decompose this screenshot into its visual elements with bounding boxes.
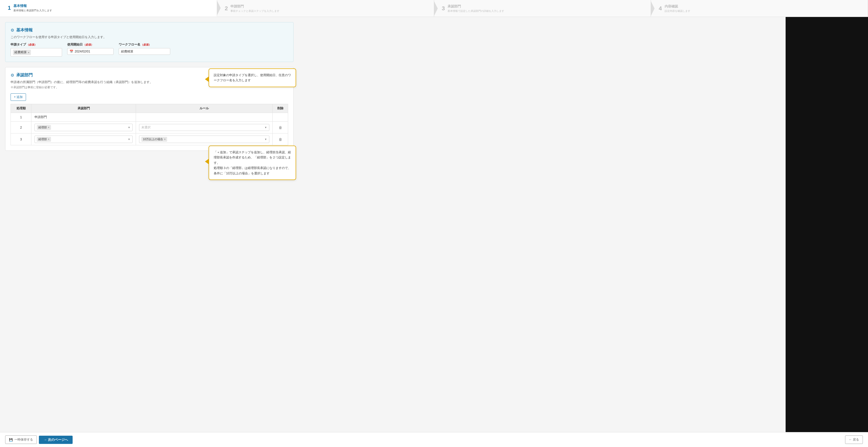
step-2-subtitle: 事前チェックと承認ステップを入力します xyxy=(230,9,279,13)
row3-rule-tag-close[interactable]: × xyxy=(164,138,165,141)
row3-rule-dropdown-arrow: ▼ xyxy=(265,138,267,141)
row2-rule-cell: 未選択 ▼ xyxy=(136,122,273,134)
table-row: 3 経理部 × ▼ xyxy=(11,134,288,145)
row2-dept-cell: 経理部 × ▼ xyxy=(31,122,136,134)
row1-dept: 申請部門 xyxy=(31,113,136,122)
row2-order: 2 xyxy=(11,122,31,134)
temp-save-button[interactable]: 💾 一時保存する xyxy=(5,436,37,444)
request-type-field: 申請タイプ（必須） 経費精算 × xyxy=(10,42,62,57)
footer-right: ← 戻る xyxy=(845,436,863,444)
basic-info-title: 基本情報 xyxy=(16,28,33,33)
next-page-button[interactable]: → 次のページへ xyxy=(39,436,72,444)
workflow-name-label: ワークフロー名（必須） xyxy=(119,42,170,47)
request-type-label: 申請タイプ（必須） xyxy=(10,42,62,47)
row3-rule-tag: 10万以上の場合 × xyxy=(142,137,167,142)
approval-table: 処理順 承認部門 ルール 削除 1 申請部門 xyxy=(10,104,288,145)
th-delete: 削除 xyxy=(273,104,288,113)
row1-delete xyxy=(273,113,288,122)
gear-icon-basic: ⚙ xyxy=(10,28,14,33)
step-3-number: 3 xyxy=(442,6,445,11)
approval-dept-title: 承認部門 xyxy=(16,72,33,78)
step-3-subtitle: 基本情報で設定した承認部門の詳細を入力します xyxy=(447,9,504,13)
step-4-subtitle: 設定内容を確認します xyxy=(664,9,690,13)
start-date-label: 使用開始日（必須） xyxy=(67,42,114,47)
step-1-number: 1 xyxy=(8,5,11,11)
row2-rule-dropdown-arrow: ▼ xyxy=(265,126,267,129)
step-1[interactable]: 1 基本情報 基本情報と承認部門を入力します xyxy=(0,0,217,17)
row2-delete-icon[interactable]: 🗑 xyxy=(279,126,282,130)
row2-rule-placeholder: 未選択 xyxy=(142,125,151,130)
workflow-name-field: ワークフロー名（必須） xyxy=(119,42,170,57)
start-date-input[interactable]: 📅 2024/02/01 xyxy=(67,48,114,55)
basic-info-section: ⚙ 基本情報 このワークフローを使用する申請タイプと使用開始日を入力します。 申… xyxy=(5,22,293,62)
step-2[interactable]: 2 申請部門 事前チェックと承認ステップを入力します xyxy=(217,0,434,17)
row3-delete-cell: 🗑 xyxy=(273,134,288,145)
row3-dept-tag: 経理部 × xyxy=(37,137,51,142)
request-type-clear[interactable]: × xyxy=(28,51,29,54)
th-dept: 承認部門 xyxy=(31,104,136,113)
start-date-value: 2024/02/01 xyxy=(75,49,90,53)
row2-dept-dropdown-arrow: ▼ xyxy=(128,126,130,129)
step-3-title: 承認部門 xyxy=(447,4,504,9)
row3-delete-icon[interactable]: 🗑 xyxy=(279,137,282,141)
step-2-title: 申請部門 xyxy=(230,4,279,9)
calendar-icon: 📅 xyxy=(69,49,73,53)
gear-icon-approval: ⚙ xyxy=(10,73,14,78)
step-4-number: 4 xyxy=(659,6,662,11)
row3-order: 3 xyxy=(11,134,31,145)
tooltip-1-text: 設定対象の申請タイプを選択し、使用開始日、任意のワークフロー名を入力します xyxy=(214,73,291,82)
workflow-name-input[interactable] xyxy=(119,48,170,55)
row3-rule-select[interactable]: 10万以上の場合 × ▼ xyxy=(139,136,269,143)
row2-rule-select[interactable]: 未選択 ▼ xyxy=(139,124,269,131)
temp-save-label: 一時保存する xyxy=(14,438,33,442)
row2-dept-tag-close[interactable]: × xyxy=(48,126,50,129)
row2-dept-tag: 経理部 × xyxy=(37,125,51,130)
th-rule: ルール xyxy=(136,104,273,113)
step-1-title: 基本情報 xyxy=(13,4,52,8)
step-1-subtitle: 基本情報と承認部門を入力します xyxy=(13,9,52,12)
step-4[interactable]: 4 内容確認 設定内容を確認します xyxy=(651,0,868,17)
table-row: 2 経理部 × ▼ xyxy=(11,122,288,134)
next-label: → 次のページへ xyxy=(43,438,68,442)
start-date-field: 使用開始日（必須） 📅 2024/02/01 xyxy=(67,42,114,57)
temp-save-icon: 💾 xyxy=(9,438,13,442)
back-button[interactable]: ← 戻る xyxy=(845,436,863,444)
request-type-input[interactable]: 経費精算 × xyxy=(10,48,62,57)
step-2-number: 2 xyxy=(225,6,228,11)
row3-dept-tag-close[interactable]: × xyxy=(48,138,50,141)
table-row: 1 申請部門 xyxy=(11,113,288,122)
row3-rule-cell: 10万以上の場合 × ▼ xyxy=(136,134,273,145)
step-4-title: 内容確認 xyxy=(664,4,690,9)
row1-rule xyxy=(136,113,273,122)
back-label: ← 戻る xyxy=(849,438,859,442)
tooltip-bubble-2: 「＋追加」で承認ステップを追加し、経理担当承認、経理部長承認を作成するため、「経… xyxy=(209,145,296,180)
tooltip-bubble-1: 設定対象の申請タイプを選択し、使用開始日、任意のワークフロー名を入力します xyxy=(209,68,296,87)
row2-delete-cell: 🗑 xyxy=(273,122,288,134)
stepper: 1 基本情報 基本情報と承認部門を入力します 2 申請部門 事前チェックと承認ス… xyxy=(0,0,868,17)
step-3[interactable]: 3 承認部門 基本情報で設定した承認部門の詳細を入力します xyxy=(434,0,651,17)
th-order: 処理順 xyxy=(11,104,31,113)
footer: 💾 一時保存する → 次のページへ ← 戻る xyxy=(0,432,868,447)
basic-info-desc: このワークフローを使用する申請タイプと使用開始日を入力します。 xyxy=(10,35,288,39)
add-button-label: + 追加 xyxy=(14,95,23,99)
add-button[interactable]: + 追加 xyxy=(10,93,26,101)
row3-dept-cell: 経理部 × ▼ xyxy=(31,134,136,145)
footer-left: 💾 一時保存する → 次のページへ xyxy=(5,436,72,444)
request-type-tag: 経費精算 × xyxy=(13,49,31,55)
row3-dept-dropdown-arrow: ▼ xyxy=(128,138,130,141)
row2-dept-select[interactable]: 経理部 × ▼ xyxy=(34,124,133,131)
tooltip-2-text: 「＋追加」で承認ステップを追加し、経理担当承認、経理部長承認を作成するため、「経… xyxy=(214,150,291,175)
row1-order: 1 xyxy=(11,113,31,122)
row3-dept-select[interactable]: 経理部 × ▼ xyxy=(34,136,133,143)
